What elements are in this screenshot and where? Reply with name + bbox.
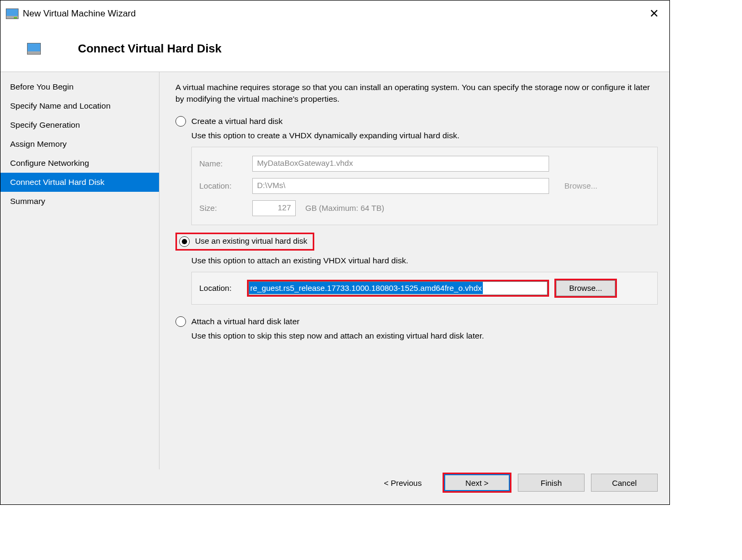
next-button[interactable]: Next > [444, 474, 510, 491]
option-existing-label: Use an existing virtual hard disk [195, 236, 307, 247]
sidebar-step-summary[interactable]: Summary [1, 192, 159, 211]
previous-button[interactable]: < Previous [369, 474, 436, 492]
wizard-body: Before You Begin Specify Name and Locati… [1, 72, 669, 469]
page-title: Connect Virtual Hard Disk [78, 42, 222, 56]
sidebar-step-specify-generation[interactable]: Specify Generation [1, 115, 159, 135]
option-attach-later: Attach a virtual hard disk later Use thi… [175, 316, 658, 341]
close-icon[interactable]: ✕ [644, 5, 664, 23]
vm-header-icon [27, 43, 41, 55]
option-later-sub: Use this option to skip this step now an… [191, 331, 658, 341]
finish-button[interactable]: Finish [518, 474, 585, 492]
window-title: New Virtual Machine Wizard [23, 8, 136, 19]
radio-use-existing[interactable] [179, 236, 190, 247]
sidebar-step-specify-name[interactable]: Specify Name and Location [1, 96, 159, 115]
option-create-vhd: Create a virtual hard disk Use this opti… [175, 116, 658, 225]
option-existing-fields: Location: re_guest.rs5_release.17733.100… [191, 272, 658, 305]
size-label: Size: [199, 203, 247, 212]
option-create-sub: Use this option to create a VHDX dynamic… [191, 131, 658, 140]
wizard-main: A virtual machine requires storage so th… [160, 72, 669, 469]
sidebar-step-before-you-begin[interactable]: Before You Begin [1, 77, 159, 96]
cancel-button[interactable]: Cancel [591, 474, 658, 492]
existing-location-input[interactable]: re_guest.rs5_release.17733.1000.180803-1… [247, 280, 549, 297]
radio-attach-later[interactable] [175, 316, 186, 327]
browse-button[interactable]: Browse... [556, 280, 615, 296]
option-create-fields: Name: MyDataBoxGateway1.vhdx Location: D… [191, 147, 658, 225]
browse-disabled: Browse... [554, 181, 607, 190]
vm-wizard-icon [6, 8, 19, 19]
option-later-label: Attach a virtual hard disk later [191, 317, 299, 326]
option-use-existing: Use an existing virtual hard disk Use th… [175, 233, 658, 305]
existing-location-label: Location: [199, 283, 242, 292]
sidebar-step-connect-vhd[interactable]: Connect Virtual Hard Disk [1, 173, 159, 192]
radio-create-vhd[interactable] [175, 116, 186, 127]
sidebar-step-assign-memory[interactable]: Assign Memory [1, 135, 159, 154]
location-input: D:\VMs\ [252, 178, 549, 194]
page-description: A virtual machine requires storage so th… [175, 82, 658, 105]
wizard-header: Connect Virtual Hard Disk [1, 27, 669, 72]
location-label: Location: [199, 181, 247, 190]
wizard-sidebar: Before You Begin Specify Name and Locati… [1, 72, 160, 469]
option-existing-sub: Use this option to attach an existing VH… [191, 256, 658, 265]
name-input: MyDataBoxGateway1.vhdx [252, 156, 549, 172]
sidebar-step-configure-networking[interactable]: Configure Networking [1, 154, 159, 173]
option-create-label: Create a virtual hard disk [191, 117, 282, 126]
name-label: Name: [199, 159, 247, 168]
wizard-footer: < Previous Next > Finish Cancel [1, 469, 669, 504]
size-suffix: GB (Maximum: 64 TB) [305, 203, 384, 212]
titlebar: New Virtual Machine Wizard ✕ [1, 1, 669, 27]
size-input: 127 [252, 200, 296, 216]
